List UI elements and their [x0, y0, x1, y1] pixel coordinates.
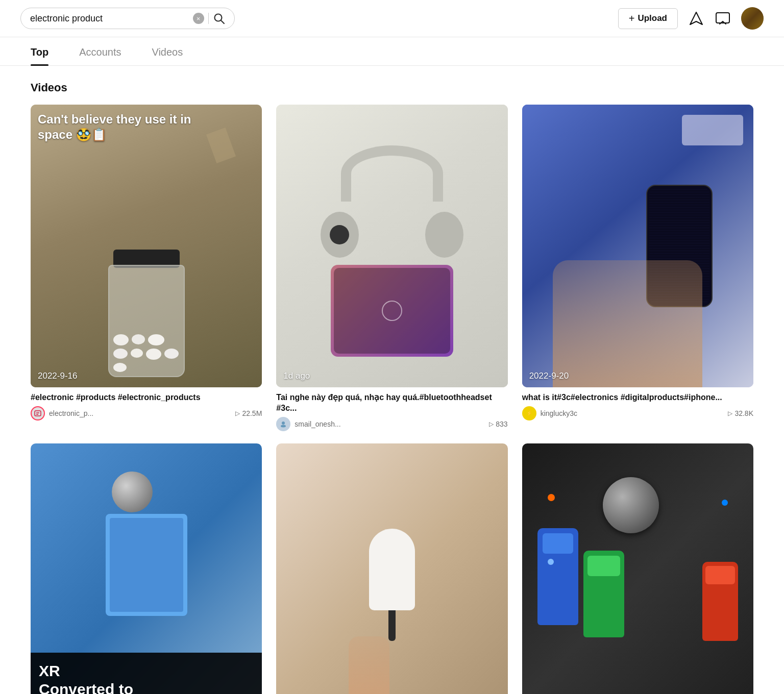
gadget-red-screen: [705, 566, 735, 584]
video-title-3: what is it#3c#electronics #digitalproduc…: [522, 392, 753, 403]
video-card-1[interactable]: Can't believe they use it in space 🥸📋 20…: [31, 105, 262, 431]
gadget-blue-screen: [543, 533, 573, 554]
account-name-1: electronic_p...: [49, 409, 231, 417]
video-card-4[interactable]: XRConverted to13 Pro #XR #converted #13p…: [31, 443, 262, 694]
clear-icon[interactable]: ×: [193, 13, 204, 24]
video-thumb-5: [276, 443, 507, 694]
video-card-2[interactable]: 1d ago Tai nghe này đẹp quá, nhạc hay qu…: [276, 105, 507, 431]
cleaning-tool: [369, 529, 415, 641]
thumb-label-1: Can't believe they use it in space 🥸📋: [38, 112, 223, 142]
view-count-1: ▷ 22.5M: [235, 409, 262, 417]
hand-shape: [553, 260, 702, 387]
search-button[interactable]: [213, 12, 225, 24]
hp-ear-right: [425, 212, 463, 258]
silver-ball: [112, 472, 153, 512]
video-card-5[interactable]: #electronic #gadget #cleaning #tool... g…: [276, 443, 507, 694]
foam-piece: [113, 334, 129, 345]
xr-label: XRConverted to13 Pro: [39, 662, 254, 694]
video-card-3[interactable]: 2022-9-20 what is it#3c#electronics #dig…: [522, 105, 753, 431]
blue-device: [106, 514, 187, 616]
play-icon-2: ▷: [489, 420, 494, 428]
tablet-screen: [334, 268, 450, 354]
gadget-red: [702, 562, 738, 641]
play-icon-3: ▷: [728, 410, 732, 417]
inbox-icon[interactable]: [688, 10, 704, 27]
avatar-image: [741, 7, 764, 30]
svg-point-10: [281, 425, 286, 427]
foam-piece: [146, 349, 161, 360]
tool-body: [369, 529, 415, 610]
headphones: [321, 145, 463, 258]
jar-content: [109, 266, 184, 376]
jar-body: [108, 265, 185, 377]
account-icon-1: [31, 406, 45, 420]
video-title-1: #electronic #products #electronic_produc…: [31, 392, 262, 403]
gadget-green-screen: [587, 556, 620, 576]
accent-orange-1: [548, 494, 555, 501]
sphere: [603, 477, 659, 533]
tab-top[interactable]: Top: [31, 37, 48, 65]
gadget-blue-btn: [548, 559, 554, 565]
video-thumb-6: [522, 443, 753, 694]
account-icon-2: [276, 417, 290, 431]
header-actions: + Upload: [618, 7, 764, 30]
video-meta-3: ⚡ kinglucky3c ▷ 32.8K: [522, 406, 753, 420]
search-divider: [208, 13, 209, 24]
play-icon-1: ▷: [235, 410, 240, 417]
foam-piece: [113, 349, 128, 359]
video-meta-1: electronic_p... ▷ 22.5M: [31, 406, 262, 420]
tab-accounts[interactable]: Accounts: [79, 37, 121, 65]
hand-5: [349, 636, 389, 694]
svg-rect-6: [35, 411, 41, 416]
video-info-1: #electronic #products #electronic_produc…: [31, 392, 262, 420]
avatar[interactable]: [741, 7, 764, 30]
hp-band: [341, 145, 443, 202]
account-icon-3: ⚡: [522, 406, 536, 420]
video-title-2: Tai nghe này đẹp quá, nhạc hay quá.#blue…: [276, 392, 507, 414]
svg-marker-2: [690, 12, 702, 24]
svg-line-1: [221, 20, 224, 23]
account-name-2: smail_onesh...: [295, 420, 485, 428]
tablet: [331, 265, 453, 357]
upload-label: Upload: [638, 13, 667, 23]
video-grid: Can't believe they use it in space 🥸📋 20…: [31, 105, 753, 694]
search-input[interactable]: [30, 13, 189, 24]
keyboard-hint: [682, 115, 743, 145]
hp-ear-inner: [330, 225, 349, 244]
gadget-blue: [537, 528, 578, 625]
foam-piece: [131, 349, 143, 358]
foam-piece: [164, 349, 179, 359]
main-content: Videos: [0, 66, 784, 694]
foam-piece: [132, 334, 145, 344]
thumb-date-1: 2022-9-16: [38, 371, 78, 381]
tabs-nav: Top Accounts Videos: [0, 37, 784, 66]
video-thumb-1: Can't believe they use it in space 🥸📋 20…: [31, 105, 262, 387]
foam-piece: [148, 334, 164, 345]
messages-icon[interactable]: [715, 10, 731, 27]
videos-section-title: Videos: [31, 81, 753, 94]
thumb-date-2: 1d ago: [283, 371, 310, 381]
xr-overlay: XRConverted to13 Pro: [31, 653, 262, 694]
account-name-3: kinglucky3c: [541, 409, 724, 417]
upload-plus-icon: +: [629, 13, 635, 24]
device-screen: [110, 518, 183, 612]
tool-tip-black: [388, 610, 396, 641]
accent-blue-1: [722, 500, 728, 506]
tab-videos[interactable]: Videos: [152, 37, 183, 65]
thumb-date-3: 2022-9-20: [529, 371, 569, 381]
search-bar: ×: [20, 8, 235, 29]
gadget-green: [583, 551, 624, 637]
header: × + Upload: [0, 0, 784, 37]
video-info-2: Tai nghe này đẹp quá, nhạc hay quá.#blue…: [276, 392, 507, 431]
svg-point-9: [282, 422, 285, 425]
video-thumb-4: XRConverted to13 Pro: [31, 443, 262, 694]
video-card-6[interactable]: #electronic #toys #gadgets #cool... cool…: [522, 443, 753, 694]
foam-piece: [113, 363, 127, 372]
jar: [108, 250, 185, 377]
video-thumb-3: 2022-9-20: [522, 105, 753, 387]
video-info-3: what is it#3c#electronics #digitalproduc…: [522, 392, 753, 420]
music-disc: [382, 301, 402, 321]
video-meta-2: smail_onesh... ▷ 833: [276, 417, 507, 431]
hp-ear-left: [321, 212, 359, 258]
upload-button[interactable]: + Upload: [618, 8, 678, 29]
